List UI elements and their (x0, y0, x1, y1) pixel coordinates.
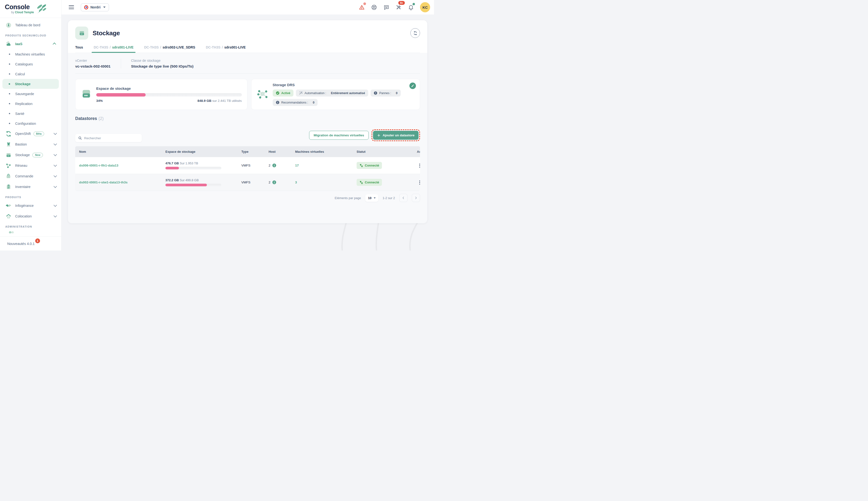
sidebar-item-sante[interactable]: Santé (2, 109, 59, 118)
alerts-button[interactable] (359, 4, 365, 10)
sidebar-item-stockage[interactable]: Stockage (2, 79, 59, 89)
drs-badges: Activé Automatisation : Entièrement auto… (273, 89, 415, 106)
sidebar-item-sauvegarde[interactable]: Sauvegarde (2, 89, 59, 99)
items-per-page-select[interactable]: 10 (365, 194, 378, 202)
add-datastore-button[interactable]: Ajouter un datastore (373, 131, 419, 140)
row-actions-menu-button[interactable] (417, 162, 420, 169)
sidebar-item-catalogues[interactable]: Catalogues (2, 59, 59, 69)
search-input[interactable] (84, 136, 139, 140)
tools-count-badge: 9+ (398, 1, 405, 5)
vcenter-label: vCenter (75, 58, 111, 63)
sidebar-item-machines-virtuelles[interactable]: Machines virtuelles (2, 49, 59, 59)
storage-space-usage: 848.9 GB sur 2.441 TB utilisés (197, 99, 242, 103)
datastore-name-link[interactable]: ds006-t0001-r-flh1-data13 (75, 164, 162, 167)
main-content: Stockage Tous DC-TH3S/sdrs001-LIVE (62, 14, 434, 250)
notifications-button[interactable] (408, 4, 414, 10)
avatar[interactable]: KC (420, 2, 430, 12)
sidebar-item-openshift[interactable]: OpenShift Bêta (2, 128, 59, 139)
sidebar-item-reseau[interactable]: Réseau (2, 160, 59, 171)
section-produits-secnumcloud: PRODUITS SECNUMCLOUD (2, 30, 59, 39)
tenant-name: Nordri (90, 5, 100, 9)
datastore-type: VMFS (238, 181, 265, 184)
sidebar-item-infogerance[interactable]: Infogérance (2, 200, 59, 211)
datastore-vms-link[interactable]: 3 (291, 181, 353, 184)
search-icon (78, 136, 82, 140)
datastore-space-cell: 372.2 GB Sur 499.8 GB (162, 178, 238, 186)
tab-sdrs001-live-2[interactable]: DC-TH3S/sdrs001-LIVE (206, 45, 246, 53)
storage-class-value: Stockage de type live (500 IOps/To) (131, 64, 194, 68)
sidebar-item-label: Machines virtuelles (15, 52, 45, 56)
sidebar-item-label: Bastion (15, 142, 27, 146)
previous-page-button[interactable] (399, 194, 407, 202)
column-machines-virtuelles: Machines virtuelles (291, 150, 353, 153)
sidebar-item-replication[interactable]: Replication (2, 99, 59, 109)
table-row: ds006-t0001-r-flh1-data13 476.7 GB Sur 1… (75, 157, 420, 174)
support-button[interactable] (371, 4, 377, 10)
cocarde-flag-icon (84, 5, 88, 9)
drs-status-badge: Activé (273, 89, 294, 97)
chevron-down-icon (54, 153, 57, 156)
sidebar-item-inventaire[interactable]: Inventaire (2, 181, 59, 192)
tab-tous[interactable]: Tous (75, 45, 83, 53)
feedback-button[interactable] (383, 4, 389, 10)
tools-button[interactable]: 9+ (395, 4, 402, 10)
sidebar-item-label: Tableau de bord (15, 23, 40, 27)
alert-dot (363, 2, 366, 5)
topbar: Nordri (62, 0, 434, 14)
menu-toggle-button[interactable] (69, 5, 74, 9)
tab-sdrs002-live-sdrs[interactable]: DC-TH3S/sdrs002-LIVE_SDRS (144, 45, 195, 53)
house-icon (5, 213, 12, 220)
brand-logo[interactable]: Console by Cloud Temple (0, 0, 61, 18)
info-circle-icon[interactable] (272, 180, 276, 184)
cluster-icon (257, 88, 268, 100)
datastore-host-cell: 2 (265, 163, 291, 168)
sidebar-item-label: Commande (15, 174, 33, 178)
refresh-button[interactable] (410, 28, 420, 38)
storage-drs-card: Storage DRS Activé A (251, 79, 420, 110)
tower-icon (5, 141, 12, 148)
brand-name: Console (5, 4, 34, 10)
next-page-button[interactable] (412, 194, 420, 202)
whats-new-button[interactable]: Nouveautés 4.0.1 1 (0, 236, 61, 250)
storage-space-card: Espace de stockage 34% 848.9 GB sur 2.44… (75, 79, 248, 110)
sidebar-item-dashboard[interactable]: Tableau de bord (2, 20, 59, 30)
datastore-name-link[interactable]: ds002-t0001-r-stw1-data13-th3s (75, 181, 162, 184)
datastore-host-cell: 2 (265, 180, 291, 184)
edit-drs-button[interactable] (409, 83, 416, 89)
drs-automation-badge: Automatisation : Entièrement automatisé (296, 89, 368, 97)
sidebar-item-configuration[interactable]: Configuration (2, 118, 59, 128)
shopping-bag-icon (5, 173, 12, 179)
summary-cards: Espace de stockage 34% 848.9 GB sur 2.44… (75, 79, 420, 110)
row-actions-menu-button[interactable] (417, 179, 420, 186)
sidebar-item-label: Colocation (15, 214, 32, 218)
sidebar-item-bastion[interactable]: Bastion (2, 139, 59, 150)
bullet-icon (9, 63, 10, 65)
chevron-down-icon (54, 163, 57, 167)
caret-down-icon (103, 7, 106, 8)
sidebar-item-colocation[interactable]: Colocation (2, 211, 59, 222)
tenant-selector[interactable]: Nordri (81, 3, 109, 11)
tab-sdrs001-live[interactable]: DC-TH3S/sdrs001-LIVE (94, 45, 133, 53)
whats-new-wrap: Nouveautés 4.0.1 1 (7, 242, 35, 246)
status-badge: Connecté (356, 162, 382, 169)
sidebar-item-label: Calcul (15, 72, 25, 76)
datastore-vms-link[interactable]: 17 (291, 164, 353, 167)
sidebar-item-stockage-produit[interactable]: Stockage New (2, 150, 59, 160)
section-administration: ADMINISTRATION (2, 222, 59, 230)
brand-byline: by Cloud Temple (5, 11, 34, 14)
app: Console by Cloud Temple (0, 0, 434, 250)
sidebar-item-commande[interactable]: Commande (2, 171, 59, 181)
info-circle-icon[interactable] (272, 163, 276, 168)
migrate-vms-button[interactable]: Migration de machines virtuelles (309, 131, 369, 140)
vcenter-value: vc-vstack-002-t0001 (75, 64, 111, 68)
sidebar-item-calcul[interactable]: Calcul (2, 69, 59, 79)
stockage-page-card: Stockage Tous DC-TH3S/sdrs001-LIVE (68, 20, 427, 223)
page-range: 1-2 sur 2 (383, 196, 395, 200)
chevron-down-icon (54, 142, 57, 146)
sidebar-item-iaas[interactable]: IaaS (2, 39, 59, 49)
magic-wand-icon (299, 91, 303, 95)
sidebar: Console by Cloud Temple (0, 0, 62, 250)
sidebar-item-label: Catalogues (15, 62, 33, 66)
chevron-up-icon (53, 42, 56, 46)
beta-badge: Bêta (33, 131, 44, 136)
